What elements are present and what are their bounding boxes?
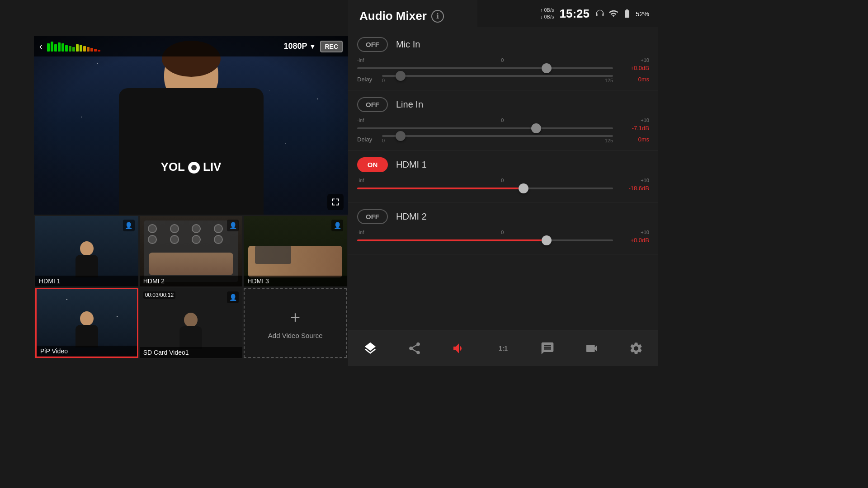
volume-fader-line: -7.1dB: [357, 125, 649, 131]
layers-icon: [363, 341, 377, 356]
channel-hdmi2: OFF HDMI 2 -inf 0 +10 +0.0dB: [348, 202, 658, 254]
audio-icon: [452, 341, 466, 356]
channel-line-in: OFF Line In -inf 0 +10 -7.1dB Delay: [348, 90, 658, 150]
volume-value-hdmi2: +0.0dB: [618, 237, 649, 244]
hdmi1-name: HDMI 1: [396, 160, 427, 170]
fader-mid-mic: 0: [501, 57, 504, 63]
hdmi1-toggle[interactable]: ON: [357, 157, 388, 172]
info-button[interactable]: ℹ: [431, 10, 444, 23]
person-icon: 👤: [331, 220, 343, 231]
network-status: ↑ 0B/s ↓ 0B/s: [540, 7, 554, 21]
thumb-hdmi2-label: HDMI 2: [140, 276, 243, 286]
thumb-sd[interactable]: 👤 00:03/00:12 SD Card Video1: [140, 288, 243, 358]
delay-value-line: 0ms: [618, 136, 649, 143]
back-button[interactable]: ‹: [39, 41, 42, 52]
person-icon: 👤: [227, 291, 239, 303]
line-in-toggle[interactable]: OFF: [357, 97, 388, 112]
thumb-timer: 00:03/00:12: [143, 291, 175, 299]
mixer-title: Audio Mixer: [359, 9, 427, 23]
resolution-label: 1080P: [284, 42, 307, 51]
line-in-name: Line In: [396, 99, 423, 110]
left-panel: YOL LIV ‹: [34, 36, 348, 359]
person-icon: 👤: [227, 220, 239, 231]
right-panel: Audio Mixer ℹ OFF Mic In -inf 0 +10 +0.0…: [348, 0, 658, 343]
wifi-icon: [609, 9, 618, 19]
rec-label: REC: [325, 43, 338, 50]
volume-fader-hdmi1: -18.6dB: [357, 185, 649, 192]
video-topbar: ‹ 1080P ▼: [34, 36, 348, 56]
volume-value-hdmi1: -18.6dB: [618, 185, 649, 192]
add-source-label: Add Video Source: [268, 332, 323, 339]
volume-fader-hdmi2: +0.0dB: [357, 237, 649, 244]
nav-audio[interactable]: [448, 338, 470, 359]
delay-value-mic: 0ms: [618, 76, 649, 83]
ratio-label: 1:1: [499, 345, 508, 352]
fader-labels-hdmi1: -inf 0 +10: [357, 178, 649, 185]
thumb-add-source[interactable]: ＋ Add Video Source: [244, 288, 347, 358]
mic-in-toggle[interactable]: OFF: [357, 37, 388, 52]
delay-label-mic: Delay: [357, 76, 377, 83]
expand-button[interactable]: [327, 194, 344, 210]
record-icon: [585, 341, 599, 356]
nav-record[interactable]: [581, 338, 603, 359]
battery-percent: 52%: [636, 10, 649, 18]
fader-max-mic: +10: [641, 57, 649, 63]
fader-min-mic: -inf: [357, 57, 364, 63]
fader-labels-line: -inf 0 +10: [357, 117, 649, 125]
nav-chat[interactable]: [537, 338, 558, 359]
fader-labels-mic: -inf 0 +10: [357, 57, 649, 65]
battery-icon: [622, 9, 632, 19]
channel-mic-in: OFF Mic In -inf 0 +10 +0.0dB Delay 0: [348, 30, 658, 90]
nav-share[interactable]: [404, 338, 425, 359]
resolution-badge: 1080P ▼: [284, 42, 316, 51]
rec-badge[interactable]: REC: [320, 41, 343, 52]
upload-speed: ↑ 0B/s: [540, 7, 554, 14]
fader-labels-hdmi2: -inf 0 +10: [357, 230, 649, 237]
delay-label-line: Delay: [357, 136, 377, 143]
volume-value-line: -7.1dB: [618, 125, 649, 131]
delay-row-line: Delay 0 125 0ms: [357, 135, 649, 143]
share-icon: [407, 341, 422, 356]
audio-meter: [47, 42, 100, 52]
chat-icon: [540, 341, 555, 356]
hdmi2-name: HDMI 2: [396, 211, 427, 222]
clock: 15:25: [559, 7, 590, 21]
thumb-hdmi3-label: HDMI 3: [244, 276, 347, 286]
download-speed: ↓ 0B/s: [540, 14, 554, 20]
status-bar: ↑ 0B/s ↓ 0B/s 15:25 52%: [477, 0, 658, 27]
bottom-nav: 1:1: [348, 330, 658, 366]
delay-row-mic: Delay 0 125 0ms: [357, 75, 649, 83]
video-preview: YOL LIV ‹: [34, 36, 348, 215]
mic-in-name: Mic In: [396, 39, 420, 50]
nav-settings[interactable]: [625, 338, 647, 359]
logo-text: YOL LIV: [161, 160, 222, 174]
headphones-icon: [595, 9, 605, 19]
thumb-sd-label: SD Card Video1: [140, 347, 243, 358]
volume-value-mic: +0.0dB: [618, 65, 649, 71]
channel-hdmi1: ON HDMI 1 -inf 0 +10 -18.6dB: [348, 150, 658, 202]
person-icon: 👤: [123, 220, 135, 231]
volume-fader-mic: +0.0dB: [357, 65, 649, 71]
thumbnail-grid: 👤 HDMI 1: [34, 215, 348, 359]
thumb-hdmi3[interactable]: 👤 HDMI 3: [244, 216, 347, 286]
expand-icon: [331, 197, 340, 206]
fader-max-line: +10: [641, 117, 649, 123]
thumb-hdmi2[interactable]: 👤 HDMI 2: [140, 216, 243, 286]
fader-min-line: -inf: [357, 117, 364, 123]
nav-ratio[interactable]: 1:1: [492, 338, 514, 359]
thumb-pip[interactable]: PiP Video: [35, 288, 138, 358]
thumb-hdmi1-label: HDMI 1: [35, 276, 138, 286]
nav-layers[interactable]: [359, 338, 381, 359]
plus-icon: ＋: [287, 306, 303, 328]
fader-mid-line: 0: [501, 117, 504, 123]
settings-icon: [629, 341, 643, 356]
hdmi2-toggle[interactable]: OFF: [357, 209, 388, 224]
status-icons: 52%: [595, 9, 649, 19]
presenter-figure: YOL LIV: [119, 36, 264, 215]
thumb-hdmi1[interactable]: 👤 HDMI 1: [35, 216, 138, 286]
chevron-down-icon[interactable]: ▼: [310, 43, 316, 50]
thumb-pip-label: PiP Video: [37, 346, 137, 357]
